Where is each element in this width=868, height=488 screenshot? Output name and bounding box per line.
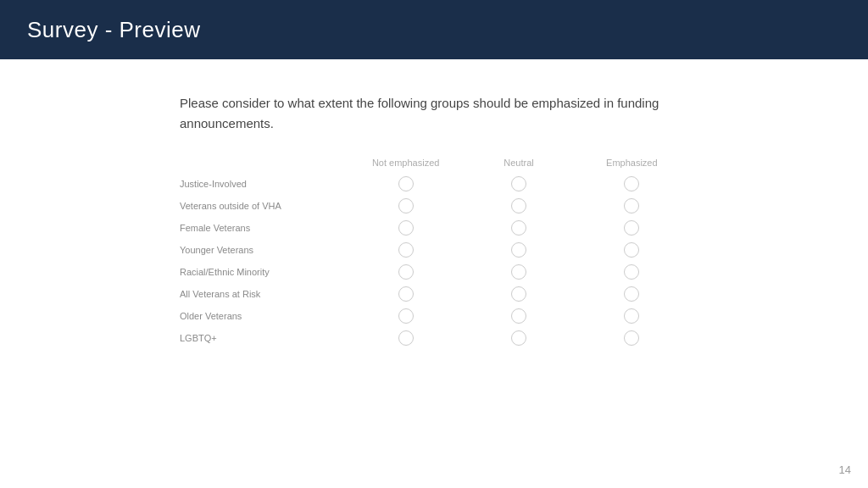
row-label: Justice-Involved: [180, 178, 349, 190]
survey-rows: Justice-InvolvedVeterans outside of VHAF…: [180, 173, 688, 349]
radio-emphasized-row4[interactable]: [624, 264, 639, 280]
radio-cell-emphasized: [576, 308, 688, 324]
radio-emphasized-row5[interactable]: [624, 286, 639, 302]
radio-cell-neutral: [462, 220, 575, 236]
radio-cell-neutral: [462, 198, 575, 214]
table-row: Racial/Ethnic Minority: [180, 261, 688, 283]
radio-cell-not-emphasized: [349, 308, 462, 324]
row-label: Younger Veterans: [180, 244, 349, 256]
radio-neutral-row5[interactable]: [511, 286, 526, 302]
survey-table: Not emphasized Neutral Emphasized Justic…: [180, 158, 688, 349]
page-header: Survey - Preview: [0, 0, 868, 59]
radio-cell-not-emphasized: [349, 176, 462, 191]
page-title: Survey - Preview: [27, 17, 201, 43]
table-row: Older Veterans: [180, 305, 688, 327]
radio-cell-emphasized: [576, 220, 688, 236]
table-row: Justice-Involved: [180, 173, 688, 195]
table-row: LGBTQ+: [180, 327, 688, 349]
radio-neutral-row7[interactable]: [511, 330, 526, 346]
col-header-not-emphasized: Not emphasized: [349, 158, 462, 168]
table-header: Not emphasized Neutral Emphasized: [180, 158, 688, 168]
page-number: 14: [839, 463, 851, 476]
radio-neutral-row6[interactable]: [511, 308, 526, 324]
radio-cell-emphasized: [576, 242, 688, 258]
radio-neutral-row0[interactable]: [511, 176, 526, 191]
row-label: Veterans outside of VHA: [180, 200, 349, 212]
radio-emphasized-row1[interactable]: [624, 198, 639, 214]
radio-neutral-row3[interactable]: [511, 242, 526, 258]
col-header-emphasized: Emphasized: [576, 158, 688, 168]
radio-not-emphasized-row3[interactable]: [398, 242, 414, 258]
main-content: Please consider to what extent the follo…: [0, 59, 868, 488]
radio-cell-neutral: [462, 242, 575, 258]
radio-not-emphasized-row7[interactable]: [398, 330, 414, 346]
radio-cell-neutral: [462, 308, 575, 324]
radio-emphasized-row3[interactable]: [624, 242, 639, 258]
survey-container: Please consider to what extent the follo…: [163, 93, 705, 349]
col-header-neutral: Neutral: [462, 158, 575, 168]
radio-emphasized-row0[interactable]: [624, 176, 639, 191]
radio-cell-emphasized: [576, 264, 688, 280]
radio-cell-not-emphasized: [349, 264, 462, 280]
radio-neutral-row4[interactable]: [511, 264, 526, 280]
radio-cell-neutral: [462, 176, 575, 191]
radio-cell-emphasized: [576, 286, 688, 302]
radio-cell-emphasized: [576, 176, 688, 191]
table-row: Younger Veterans: [180, 239, 688, 261]
row-label: Racial/Ethnic Minority: [180, 266, 349, 278]
table-row: All Veterans at Risk: [180, 283, 688, 305]
radio-not-emphasized-row2[interactable]: [398, 220, 414, 236]
radio-cell-not-emphasized: [349, 220, 462, 236]
row-label: All Veterans at Risk: [180, 288, 349, 300]
radio-not-emphasized-row5[interactable]: [398, 286, 414, 302]
radio-cell-neutral: [462, 286, 575, 302]
radio-cell-neutral: [462, 264, 575, 280]
radio-neutral-row2[interactable]: [511, 220, 526, 236]
table-row: Female Veterans: [180, 217, 688, 239]
radio-emphasized-row2[interactable]: [624, 220, 639, 236]
radio-not-emphasized-row4[interactable]: [398, 264, 414, 280]
radio-cell-not-emphasized: [349, 242, 462, 258]
radio-not-emphasized-row0[interactable]: [398, 176, 414, 191]
radio-not-emphasized-row1[interactable]: [398, 198, 414, 214]
radio-not-emphasized-row6[interactable]: [398, 308, 414, 324]
row-label: Older Veterans: [180, 310, 349, 322]
row-label: LGBTQ+: [180, 332, 349, 344]
question-text: Please consider to what extent the follo…: [180, 93, 688, 134]
radio-cell-not-emphasized: [349, 198, 462, 214]
row-label: Female Veterans: [180, 222, 349, 234]
table-row: Veterans outside of VHA: [180, 195, 688, 217]
radio-neutral-row1[interactable]: [511, 198, 526, 214]
radio-emphasized-row7[interactable]: [624, 330, 639, 346]
radio-cell-emphasized: [576, 198, 688, 214]
radio-cell-not-emphasized: [349, 286, 462, 302]
radio-cell-emphasized: [576, 330, 688, 346]
radio-cell-neutral: [462, 330, 575, 346]
radio-emphasized-row6[interactable]: [624, 308, 639, 324]
radio-cell-not-emphasized: [349, 330, 462, 346]
